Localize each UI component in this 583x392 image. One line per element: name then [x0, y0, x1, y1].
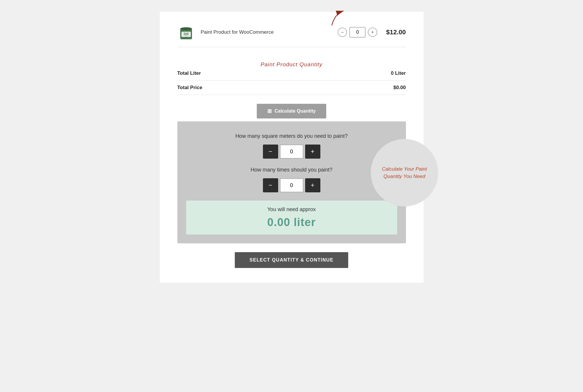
question-times: How many times should you paint?: [186, 167, 397, 173]
result-value: 0.00 liter: [195, 216, 388, 229]
select-quantity-continue-button[interactable]: SELECT QUANTITY & CONTINUE: [235, 252, 348, 268]
svg-rect-2: [181, 32, 191, 37]
sq-meters-plus-button[interactable]: +: [305, 145, 320, 159]
annotation-area: Paint Product Quantity: [177, 47, 406, 65]
annotation-arrow: [305, 8, 358, 28]
tooltip-bubble: Calculate Your Paint Quantity You Need: [371, 139, 438, 206]
svg-point-1: [180, 27, 192, 30]
times-plus-button[interactable]: +: [305, 178, 320, 192]
product-icon: [177, 23, 195, 41]
calc-icon: ⊞: [267, 108, 272, 114]
times-input[interactable]: [280, 178, 303, 192]
times-stepper: − +: [186, 178, 397, 192]
quantity-plus-button[interactable]: +: [368, 28, 377, 37]
page-container: Paint Product for WooCommerce − + $12.00…: [160, 12, 424, 283]
times-minus-button[interactable]: −: [263, 178, 278, 192]
quantity-controls: − +: [338, 27, 377, 38]
sq-meters-stepper: − +: [186, 145, 397, 159]
result-box: You will need approx 0.00 liter: [186, 201, 397, 235]
quantity-minus-button[interactable]: −: [338, 28, 347, 37]
product-price: $12.00: [386, 28, 406, 36]
product-name: Paint Product for WooCommerce: [201, 29, 338, 35]
calculator-panel: Calculate Your Paint Quantity You Need H…: [177, 121, 406, 243]
calculate-btn-row: ⊞ Calculate Quantity: [177, 104, 406, 118]
calculate-btn-label: Calculate Quantity: [275, 108, 316, 114]
sq-meters-minus-button[interactable]: −: [263, 145, 278, 159]
sq-meters-input[interactable]: [280, 145, 303, 159]
total-price-label: Total Price: [177, 85, 203, 91]
product-row: Paint Product for WooCommerce − + $12.00: [177, 21, 406, 47]
totals-section: Total Liter 0 Liter Total Price $0.00: [177, 66, 406, 95]
quantity-input[interactable]: [349, 27, 366, 38]
tooltip-text: Calculate Your Paint Quantity You Need: [380, 165, 429, 180]
select-btn-row: SELECT QUANTITY & CONTINUE: [177, 252, 406, 268]
total-price-row: Total Price $0.00: [177, 81, 406, 95]
annotation-label: Paint Product Quantity: [261, 61, 322, 68]
total-price-value: $0.00: [393, 85, 406, 91]
result-label: You will need approx: [195, 206, 388, 213]
total-liter-label: Total Liter: [177, 70, 201, 76]
calculate-quantity-button[interactable]: ⊞ Calculate Quantity: [257, 104, 326, 118]
total-liter-row: Total Liter 0 Liter: [177, 66, 406, 81]
question-sq-meters: How many square meters do you need to pa…: [186, 133, 397, 139]
total-liter-value: 0 Liter: [391, 70, 406, 76]
